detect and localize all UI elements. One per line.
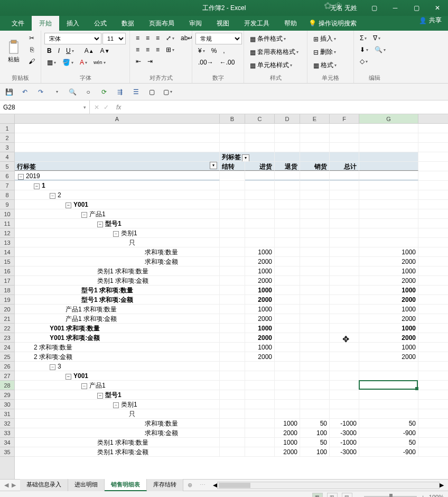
row-header-32[interactable]: 32 bbox=[0, 419, 14, 428]
row-1[interactable] bbox=[15, 124, 448, 133]
increase-indent-button[interactable]: ⇥ bbox=[145, 56, 155, 67]
row-10[interactable]: −产品1 bbox=[15, 209, 448, 219]
row-header-34[interactable]: 34 bbox=[0, 438, 14, 447]
row-header-19[interactable]: 19 bbox=[0, 295, 14, 305]
row-7[interactable]: −1 bbox=[15, 181, 448, 190]
row-31[interactable]: 只 bbox=[15, 409, 448, 419]
font-name-select[interactable]: 宋体 bbox=[44, 33, 101, 44]
tab-home[interactable]: 开始 bbox=[32, 16, 59, 31]
row-header-18[interactable]: 18 bbox=[0, 286, 14, 295]
row-header-11[interactable]: 11 bbox=[0, 219, 14, 228]
collapse-toggle[interactable]: − bbox=[18, 174, 24, 180]
underline-button[interactable]: U bbox=[63, 45, 77, 56]
row-header-24[interactable]: 24 bbox=[0, 343, 14, 352]
comma-button[interactable]: , bbox=[220, 45, 227, 56]
qat-macro-button[interactable]: ▢ bbox=[162, 86, 173, 98]
collapse-toggle[interactable]: − bbox=[66, 203, 71, 208]
align-bottom-button[interactable]: ≡ bbox=[153, 33, 162, 43]
format-painter-button[interactable]: 🖌 bbox=[26, 56, 38, 67]
row-27[interactable]: −Y001 bbox=[15, 371, 448, 381]
row-header-4[interactable]: 4 bbox=[0, 152, 14, 162]
align-right-button[interactable]: ≡ bbox=[153, 44, 162, 55]
row-14[interactable]: 求和项:数量10001000 bbox=[15, 247, 448, 257]
row-header-27[interactable]: 27 bbox=[0, 371, 14, 381]
row-9[interactable]: −Y001 bbox=[15, 200, 448, 209]
row-22[interactable]: Y001 求和项:数量10001000 bbox=[15, 324, 448, 333]
row-33[interactable]: 求和项:金额2000100-3000-900 bbox=[15, 428, 448, 438]
collapse-toggle[interactable]: − bbox=[97, 222, 103, 227]
row-8[interactable]: −2 bbox=[15, 190, 448, 200]
table-format-button[interactable]: ▦ 套用表格格式 bbox=[247, 46, 305, 58]
row-29[interactable]: −型号1 bbox=[15, 390, 448, 400]
tab-data[interactable]: 数据 bbox=[114, 16, 142, 31]
redo-button[interactable]: ↷ bbox=[35, 86, 46, 98]
find-button[interactable]: 🔍 bbox=[372, 44, 388, 55]
add-sheet-button[interactable]: ⊕ bbox=[183, 482, 197, 489]
collapse-toggle[interactable]: − bbox=[50, 193, 55, 199]
bold-button[interactable]: B bbox=[44, 45, 54, 56]
row-23[interactable]: Y001 求和项:金额20002000 bbox=[15, 333, 448, 343]
row-17[interactable]: 类别1 求和项:金额20002000 bbox=[15, 276, 448, 286]
sort-filter-button[interactable]: ᐁ bbox=[370, 33, 383, 43]
collapse-toggle[interactable]: − bbox=[113, 231, 119, 237]
col-header-D[interactable]: D bbox=[275, 114, 300, 123]
decrease-indent-button[interactable]: ⇤ bbox=[133, 56, 144, 67]
row-20[interactable]: 产品1 求和项:数量10001000 bbox=[15, 305, 448, 314]
col-label-filter[interactable]: ▾ bbox=[242, 154, 249, 161]
name-box[interactable]: G28 bbox=[0, 100, 90, 114]
tab-developer[interactable]: 开发工具 bbox=[237, 16, 277, 31]
row-header-26[interactable]: 26 bbox=[0, 362, 14, 371]
qat-outline-button[interactable]: ⇶ bbox=[114, 86, 126, 98]
row-header-12[interactable]: 12 bbox=[0, 228, 14, 238]
row-3[interactable] bbox=[15, 143, 448, 152]
italic-button[interactable]: I bbox=[55, 45, 62, 56]
decrease-decimal-button[interactable]: ←.00 bbox=[217, 57, 238, 68]
row-5[interactable]: 行标签▾结转进货退货销货总计 bbox=[15, 162, 448, 171]
delete-cells-button[interactable]: ⊟ 删除 bbox=[311, 46, 352, 58]
minimize-button[interactable]: ─ bbox=[385, 0, 406, 16]
collapse-toggle[interactable]: − bbox=[81, 212, 87, 218]
zoom-level[interactable]: 100% bbox=[429, 494, 444, 498]
fill-button[interactable]: ⬇ bbox=[357, 44, 371, 55]
align-middle-button[interactable]: ≡ bbox=[143, 33, 152, 43]
col-header-C[interactable]: C bbox=[245, 114, 275, 123]
font-size-select[interactable]: 11 bbox=[102, 33, 126, 44]
row-header-29[interactable]: 29 bbox=[0, 390, 14, 400]
page-break-view-button[interactable]: ▤ bbox=[342, 493, 352, 498]
currency-button[interactable]: ¥ bbox=[195, 45, 208, 56]
row-header-20[interactable]: 20 bbox=[0, 305, 14, 314]
cancel-formula-icon[interactable]: ✕ bbox=[94, 104, 99, 111]
tell-me-search[interactable]: 💡 操作说明搜索 bbox=[309, 16, 357, 31]
row-35[interactable]: 类别1 求和项:金额2000100-3000-900 bbox=[15, 447, 448, 457]
row-header-9[interactable]: 9 bbox=[0, 200, 14, 209]
row-13[interactable]: 只 bbox=[15, 238, 448, 247]
cell-styles-button[interactable]: ▦ 单元格样式 bbox=[247, 59, 305, 71]
row-header-28[interactable]: 28 bbox=[0, 381, 14, 390]
copy-button[interactable]: ⎘ bbox=[26, 44, 38, 55]
fx-label[interactable]: fx bbox=[113, 100, 124, 114]
qat-form-button[interactable]: ▢ bbox=[146, 86, 157, 98]
row-32[interactable]: 求和项:数量100050-100050 bbox=[15, 419, 448, 428]
autosum-button[interactable]: Σ bbox=[357, 33, 369, 43]
border-button[interactable]: ▦ bbox=[44, 57, 59, 68]
row-header-2[interactable]: 2 bbox=[0, 133, 14, 143]
row-header-21[interactable]: 21 bbox=[0, 314, 14, 324]
row-header-35[interactable]: 35 bbox=[0, 447, 14, 457]
clear-button[interactable]: ◇ bbox=[357, 56, 370, 67]
row-11[interactable]: −型号1 bbox=[15, 219, 448, 228]
tab-formulas[interactable]: 公式 bbox=[87, 16, 114, 31]
share-button[interactable]: 👤 共享 bbox=[419, 16, 442, 25]
ribbon-options-icon[interactable]: ▢ bbox=[363, 0, 385, 16]
col-header-G[interactable]: G bbox=[359, 114, 418, 123]
tab-layout[interactable]: 页面布局 bbox=[142, 16, 182, 31]
undo-button[interactable]: ↶ bbox=[19, 86, 31, 98]
row-header-10[interactable]: 10 bbox=[0, 209, 14, 219]
format-cells-button[interactable]: ▦ 格式 bbox=[311, 59, 352, 71]
row-30[interactable]: −类别1 bbox=[15, 400, 448, 409]
maximize-button[interactable]: ▢ bbox=[406, 0, 427, 16]
sheet-tab[interactable]: 销售明细表 bbox=[105, 479, 147, 491]
percent-button[interactable]: % bbox=[209, 45, 220, 56]
tab-file[interactable]: 文件 bbox=[4, 16, 32, 31]
save-button[interactable]: 💾 bbox=[3, 86, 15, 98]
row-header-31[interactable]: 31 bbox=[0, 409, 14, 419]
